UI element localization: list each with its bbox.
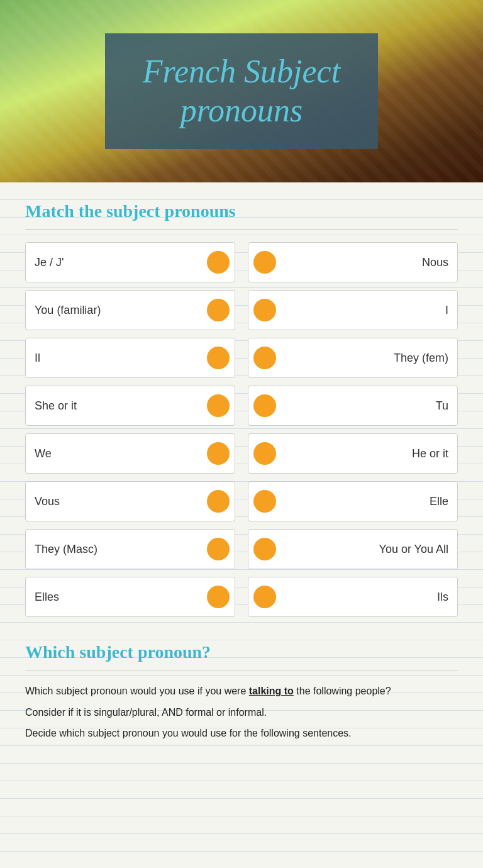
connector-dot[interactable] [207,538,230,560]
left-label: Je / J' [35,256,64,269]
right-label: Elle [430,495,448,508]
right-label: I [445,304,448,317]
list-item[interactable]: Vous [25,481,235,521]
connector-dot[interactable] [253,394,276,417]
header-background: French Subject pronouns [0,0,483,182]
body-text-3: Decide which subject pronoun you would u… [25,725,458,742]
list-item[interactable]: Ils [248,577,458,617]
left-label: You (familiar) [35,304,101,317]
emphasis-text: talking to [249,686,294,696]
section1-title: Match the subject pronouns [25,201,458,221]
right-label: You or You All [379,543,448,556]
title-box: French Subject pronouns [105,33,378,150]
right-label: He or it [412,447,448,460]
left-label: Il [35,352,40,365]
list-item[interactable]: He or it [248,433,458,474]
connector-dot[interactable] [207,347,230,369]
list-item[interactable]: Nous [248,242,458,282]
list-item[interactable]: They (Masc) [25,529,235,569]
right-label: Tu [436,399,448,413]
left-label: Vous [35,495,60,508]
list-item[interactable]: Tu [248,386,458,426]
connector-dot[interactable] [207,490,230,513]
body-text-2: Consider if it is singular/plural, AND f… [25,704,458,721]
right-label: Nous [422,256,448,269]
matching-grid: Je / J' Nous You (familiar) I Il They (f… [25,242,458,617]
connector-dot[interactable] [207,586,230,608]
list-item[interactable]: I [248,290,458,330]
page-title: French Subject pronouns [143,52,340,131]
section2: Which subject pronoun? Which subject pro… [25,642,458,742]
connector-dot[interactable] [207,394,230,417]
connector-dot[interactable] [253,299,276,321]
connector-dot[interactable] [207,442,230,465]
body-text-1: Which subject pronoun would you use if y… [25,683,458,699]
list-item[interactable]: Elles [25,577,235,617]
section2-divider [25,670,458,670]
list-item[interactable]: You or You All [248,529,458,569]
list-item[interactable]: She or it [25,386,235,426]
connector-dot[interactable] [253,586,276,608]
left-label: They (Masc) [35,543,97,556]
connector-dot[interactable] [253,347,276,369]
list-item[interactable]: Elle [248,481,458,521]
left-label: She or it [35,399,77,413]
left-label: We [35,447,52,460]
list-item[interactable]: Je / J' [25,242,235,282]
section2-title: Which subject pronoun? [25,642,458,662]
main-content: Match the subject pronouns Je / J' Nous … [0,182,483,868]
list-item[interactable]: They (fem) [248,338,458,378]
right-label: Ils [437,591,448,604]
list-item[interactable]: You (familiar) [25,290,235,330]
connector-dot[interactable] [253,538,276,560]
list-item[interactable]: Il [25,338,235,378]
connector-dot[interactable] [207,299,230,321]
section1-divider [25,229,458,230]
connector-dot[interactable] [207,251,230,274]
connector-dot[interactable] [253,251,276,274]
connector-dot[interactable] [253,490,276,513]
list-item[interactable]: We [25,433,235,474]
left-label: Elles [35,591,59,604]
right-label: They (fem) [394,352,448,365]
connector-dot[interactable] [253,442,276,465]
